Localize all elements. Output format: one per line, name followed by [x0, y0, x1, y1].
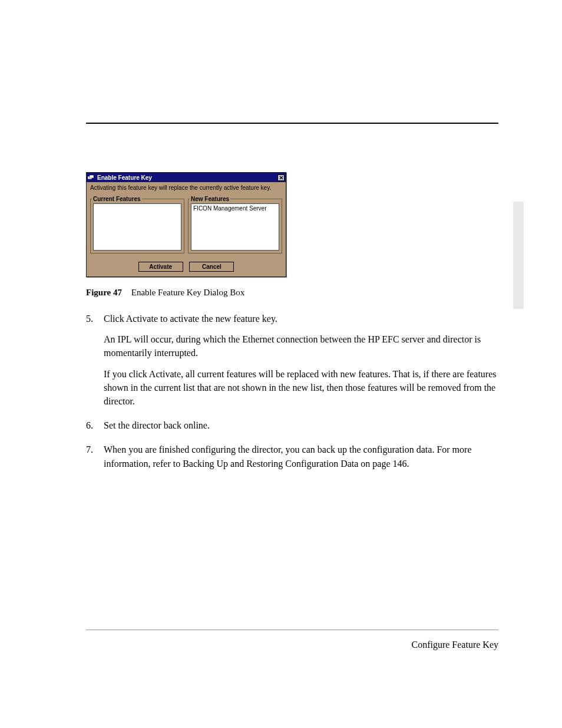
step-number: 6.	[86, 419, 93, 432]
dialog-titlebar: Enable Feature Key	[87, 173, 286, 182]
dialog-button-row: Activate Cancel	[87, 258, 286, 276]
figure-label: Figure 47	[86, 288, 122, 297]
close-icon[interactable]	[277, 174, 285, 181]
current-features-legend: Current Features	[92, 196, 142, 202]
enable-feature-key-dialog: Enable Feature Key Activating this featu…	[86, 172, 286, 277]
top-divider	[86, 123, 498, 124]
step-text: When you are finished configuring the di…	[104, 444, 471, 468]
thumb-tab	[513, 202, 524, 309]
new-features-legend: New Features	[190, 196, 230, 202]
figure-title: Enable Feature Key Dialog Box	[131, 288, 244, 297]
new-features-fieldset: New Features FICON Management Server	[188, 196, 282, 253]
content-area: Enable Feature Key Activating this featu…	[86, 172, 502, 481]
step-text: Click Activate to activate the new featu…	[104, 314, 277, 324]
footer-section-title: Configure Feature Key	[411, 640, 498, 650]
current-features-fieldset: Current Features	[90, 196, 184, 253]
dialog-message: Activating this feature key will replace…	[87, 182, 286, 196]
step-number: 5.	[86, 312, 93, 325]
step-5: 5. Click Activate to activate the new fe…	[86, 312, 502, 408]
window-icon	[88, 174, 95, 180]
bottom-divider	[86, 630, 498, 630]
step-text: Set the director back online.	[104, 420, 210, 430]
activate-button[interactable]: Activate	[138, 262, 183, 272]
steps-list: 5. Click Activate to activate the new fe…	[86, 312, 502, 470]
step-number: 7.	[86, 443, 93, 456]
step-text: If you click Activate, all current featu…	[104, 367, 502, 409]
step-7: 7. When you are finished configuring the…	[86, 443, 502, 470]
current-features-list[interactable]	[93, 203, 181, 251]
cancel-button[interactable]: Cancel	[189, 262, 234, 272]
figure-caption: Figure 47 Enable Feature Key Dialog Box	[86, 288, 502, 298]
step-6: 6. Set the director back online.	[86, 419, 502, 432]
svg-rect-1	[90, 175, 94, 178]
dialog-title: Enable Feature Key	[97, 174, 277, 181]
new-features-list[interactable]: FICON Management Server	[191, 203, 279, 251]
step-text: An IPL will occur, during which the Ethe…	[104, 332, 502, 360]
new-features-item: FICON Management Server	[193, 205, 267, 212]
